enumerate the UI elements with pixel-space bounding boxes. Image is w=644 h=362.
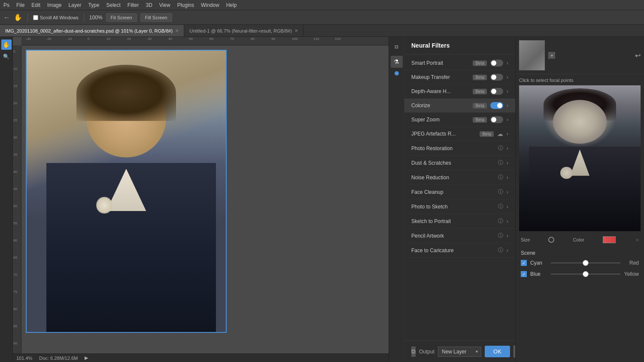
filter-noise-reduction[interactable]: Noise Reduction ⓘ › bbox=[404, 170, 515, 185]
arrow-colorize[interactable]: › bbox=[507, 103, 508, 109]
output-label: Output bbox=[419, 349, 434, 355]
left-tool-panel: ✋ 🔍 bbox=[0, 37, 13, 362]
info-icon-face-to-caricature[interactable]: ⓘ bbox=[498, 247, 503, 254]
output-bar: ⧉ Output New Layer Current Layer New Doc… bbox=[404, 341, 515, 362]
arrow-face-cleanup[interactable]: › bbox=[507, 189, 508, 195]
menu-plugins[interactable]: Plugins bbox=[177, 2, 194, 8]
neural-sidebar: ⧈ ⚗ bbox=[389, 37, 404, 362]
neural-side-icon-1[interactable]: ⧈ bbox=[391, 40, 403, 52]
arrow-super-zoom[interactable]: › bbox=[507, 117, 508, 123]
toggle-colorize[interactable] bbox=[490, 102, 503, 109]
toggle-smart-portrait[interactable] bbox=[490, 60, 503, 66]
ok-button[interactable]: OK bbox=[485, 346, 510, 357]
toolbar-separator bbox=[27, 13, 28, 22]
scene-label: Scene bbox=[521, 250, 639, 256]
arrow-face-to-caricature[interactable]: › bbox=[507, 247, 508, 253]
arrow-jpeg-artefacts[interactable]: › bbox=[507, 131, 508, 137]
scroll-all-windows-checkbox[interactable] bbox=[33, 15, 38, 20]
filter-depth-aware[interactable]: Depth-Aware H... Beta › bbox=[404, 84, 515, 99]
info-icon-pencil-artwork[interactable]: ⓘ bbox=[498, 232, 503, 239]
right-preview-panel: ▾ ↩ Click to select focal points bbox=[515, 37, 644, 362]
menu-window[interactable]: Window bbox=[201, 2, 219, 8]
arrow-depth-aware[interactable]: › bbox=[507, 88, 508, 94]
scene-slider-thumb-blue-yellow[interactable] bbox=[583, 271, 589, 277]
layers-icon[interactable]: ⧉ bbox=[411, 347, 416, 357]
info-icon-sketch-to-portrait[interactable]: ⓘ bbox=[498, 217, 503, 225]
fit-screen-button[interactable]: Fit Screen bbox=[106, 13, 137, 22]
info-icon-noise-reduction[interactable]: ⓘ bbox=[498, 174, 503, 181]
neural-side-icon-2[interactable]: ⚗ bbox=[391, 56, 403, 68]
photo-canvas[interactable] bbox=[26, 50, 227, 333]
filter-pencil-artwork[interactable]: Pencil Artwork ⓘ › bbox=[404, 229, 515, 243]
filter-super-zoom[interactable]: Super Zoom Beta › bbox=[404, 113, 515, 127]
menu-image[interactable]: Image bbox=[47, 2, 61, 8]
menu-view[interactable]: View bbox=[159, 2, 170, 8]
menu-layer[interactable]: Layer bbox=[68, 2, 81, 8]
arrow-smart-portrait[interactable]: › bbox=[507, 60, 508, 66]
toggle-makeup-transfer[interactable] bbox=[490, 74, 503, 81]
menu-help[interactable]: Help bbox=[226, 2, 237, 8]
arrow-makeup-transfer[interactable]: › bbox=[507, 74, 508, 80]
filter-face-to-caricature[interactable]: Face to Caricature ⓘ › bbox=[404, 243, 515, 258]
menu-filter[interactable]: Filter bbox=[128, 2, 139, 8]
filter-jpeg-artefacts[interactable]: JPEG Artefacts R... Beta ☁ › bbox=[404, 127, 515, 141]
toggle-super-zoom[interactable] bbox=[490, 116, 503, 123]
scene-row-cyan-red: Cyan Red bbox=[521, 259, 639, 266]
menu-3d[interactable]: 3D bbox=[146, 2, 152, 8]
info-icon-photo-restoration[interactable]: ⓘ bbox=[498, 145, 503, 152]
arrow-photo-to-sketch[interactable]: › bbox=[507, 204, 508, 210]
arrow-sketch-to-portrait[interactable]: › bbox=[507, 218, 508, 224]
filter-sketch-to-portrait[interactable]: Sketch to Portrait ⓘ › bbox=[404, 214, 515, 229]
arrow-pencil-artwork[interactable]: › bbox=[507, 233, 508, 239]
arrow-photo-restoration[interactable]: › bbox=[507, 145, 508, 151]
toggle-depth-aware[interactable] bbox=[490, 88, 503, 95]
filter-dust-scratches[interactable]: Dust & Scratches ⓘ › bbox=[404, 156, 515, 170]
tab-2[interactable]: Untitled-1 @ 66.7% (Neural-filter-result… bbox=[184, 25, 304, 36]
info-icon-face-cleanup[interactable]: ⓘ bbox=[498, 188, 503, 196]
filter-face-cleanup[interactable]: Face Cleanup ⓘ › bbox=[404, 185, 515, 199]
arrow-noise-reduction[interactable]: › bbox=[507, 175, 508, 181]
color-swatch[interactable] bbox=[603, 236, 616, 243]
tab-1-close[interactable]: ✕ bbox=[175, 28, 179, 33]
scene-controls: Scene Cyan Red Blue Yellow bbox=[516, 247, 644, 285]
move-tool[interactable]: ✋ bbox=[1, 39, 12, 50]
more-info[interactable]: ▶ bbox=[85, 355, 88, 361]
arrow-dust-scratches[interactable]: › bbox=[507, 160, 508, 166]
scene-blue-label: Blue bbox=[530, 271, 547, 277]
filter-smart-portrait[interactable]: Smart Portrait Beta › bbox=[404, 56, 515, 70]
filter-makeup-transfer[interactable]: Makeup Transfer Beta › bbox=[404, 70, 515, 84]
scene-checkbox-blue[interactable] bbox=[521, 271, 527, 277]
tab-1[interactable]: IMG_20201108_0002_after-dust-and-scratch… bbox=[0, 25, 184, 36]
output-select[interactable]: New Layer Current Layer New Document bbox=[438, 347, 481, 357]
filter-photo-restoration[interactable]: Photo Restoration ⓘ › bbox=[404, 141, 515, 156]
info-icon-photo-to-sketch[interactable]: ⓘ bbox=[498, 203, 503, 210]
neural-side-icon-3[interactable] bbox=[395, 71, 399, 75]
undo-icon[interactable]: ↩ bbox=[635, 51, 641, 60]
filter-list: Smart Portrait Beta › Makeup Transfer Be… bbox=[404, 54, 515, 341]
menu-bar: Ps File Edit Image Layer Type Select Fil… bbox=[0, 0, 644, 10]
tab-2-label: Untitled-1 @ 66.7% (Neural-filter-result… bbox=[189, 28, 292, 33]
hand-icon[interactable]: ✋ bbox=[14, 13, 22, 21]
color-label: Color bbox=[573, 237, 584, 242]
info-icon-dust-scratches[interactable]: ⓘ bbox=[498, 159, 503, 166]
preview-dropdown-button[interactable]: ▾ bbox=[548, 52, 555, 59]
filter-colorize[interactable]: Colorize Beta › bbox=[404, 99, 515, 113]
scene-slider-thumb-cyan-red[interactable] bbox=[583, 260, 589, 266]
menu-ps[interactable]: Ps bbox=[3, 2, 9, 8]
status-bar: 101.4% Doc: 6.28M/12.6M ▶ bbox=[13, 353, 389, 362]
scene-yellow-label: Yellow bbox=[624, 271, 639, 277]
focal-image[interactable] bbox=[519, 85, 641, 231]
filter-photo-to-sketch[interactable]: Photo to Sketch ⓘ › bbox=[404, 199, 515, 214]
menu-type[interactable]: Type bbox=[88, 2, 99, 8]
zoom-level[interactable]: 100% bbox=[89, 15, 103, 21]
zoom-tool[interactable]: 🔍 bbox=[1, 51, 12, 62]
menu-file[interactable]: File bbox=[16, 2, 24, 8]
back-icon[interactable]: ← bbox=[3, 14, 10, 21]
tab-2-close[interactable]: ✕ bbox=[295, 28, 298, 33]
eyedropper-icon[interactable]: ○ bbox=[636, 237, 639, 243]
fill-screen-button[interactable]: Fill Screen bbox=[140, 13, 172, 22]
menu-select[interactable]: Select bbox=[106, 2, 120, 8]
menu-edit[interactable]: Edit bbox=[31, 2, 40, 8]
scene-checkbox-cyan[interactable] bbox=[521, 260, 527, 266]
preview-top: ▾ ↩ bbox=[516, 37, 644, 74]
